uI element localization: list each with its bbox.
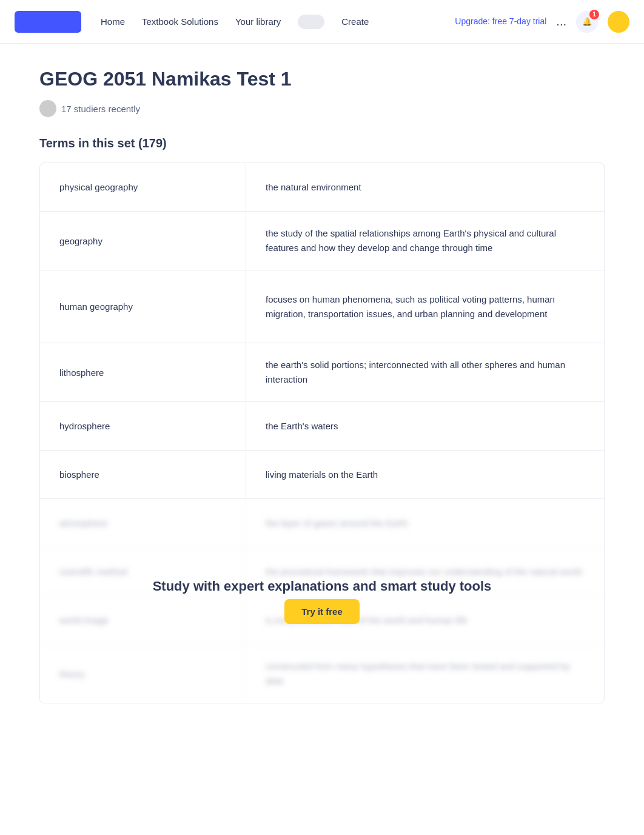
main-content: GEOG 2051 Namikas Test 1 17 studiers rec… xyxy=(25,44,619,740)
term-definition: the study of the spatial relationships a… xyxy=(246,212,604,270)
table-row: physical geography the natural environme… xyxy=(40,163,604,212)
page-title: GEOG 2051 Namikas Test 1 xyxy=(39,68,605,90)
term-word: biosphere xyxy=(40,451,246,498)
paywall-section: atmosphere the layer of gases around the… xyxy=(40,499,604,703)
nav-create[interactable]: Create xyxy=(341,16,369,27)
term-word: hydrosphere xyxy=(40,402,246,450)
navbar: Home Textbook Solutions Your library Cre… xyxy=(0,0,644,44)
paywall-overlay: Study with expert explanations and smart… xyxy=(40,499,604,703)
user-avatar[interactable] xyxy=(608,11,629,33)
term-word: human geography xyxy=(40,270,246,343)
try-free-button[interactable]: Try it free xyxy=(284,599,360,624)
term-definition: the Earth's waters xyxy=(246,402,604,450)
paywall-headline: Study with expert explanations and smart… xyxy=(153,578,492,594)
upgrade-button[interactable]: Upgrade: free 7-day trial xyxy=(455,16,546,27)
table-row: biosphere living materials on the Earth xyxy=(40,451,604,499)
notification-icon: 🔔 xyxy=(582,17,592,26)
studiers-text: 17 studiers recently xyxy=(61,104,140,114)
studiers-row: 17 studiers recently xyxy=(39,100,605,117)
nav-links: Home Textbook Solutions Your library Cre… xyxy=(101,15,455,29)
term-definition: the earth's solid portions; interconnect… xyxy=(246,343,604,401)
notification-button[interactable]: 🔔 1 xyxy=(576,11,598,33)
nav-textbook-solutions[interactable]: Textbook Solutions xyxy=(142,16,218,27)
nav-right: Upgrade: free 7-day trial ... 🔔 1 xyxy=(455,11,629,33)
table-row: lithosphere the earth's solid portions; … xyxy=(40,343,604,402)
notification-badge: 1 xyxy=(589,10,599,19)
terms-table: physical geography the natural environme… xyxy=(39,163,605,703)
table-row: hydrosphere the Earth's waters xyxy=(40,402,604,451)
logo[interactable] xyxy=(15,11,81,33)
term-definition: focuses on human phenomena, such as poli… xyxy=(246,270,604,343)
more-button[interactable]: ... xyxy=(556,15,566,29)
term-definition: the natural environment xyxy=(246,163,604,211)
nav-your-library[interactable]: Your library xyxy=(235,16,281,27)
theme-toggle[interactable] xyxy=(298,15,324,29)
term-definition: living materials on the Earth xyxy=(246,451,604,498)
term-word: geography xyxy=(40,212,246,270)
studier-avatar xyxy=(39,100,56,117)
terms-heading: Terms in this set (179) xyxy=(39,136,605,150)
term-word: lithosphere xyxy=(40,343,246,401)
table-row: human geography focuses on human phenome… xyxy=(40,270,604,343)
table-row: geography the study of the spatial relat… xyxy=(40,212,604,270)
nav-home[interactable]: Home xyxy=(101,16,125,27)
term-word: physical geography xyxy=(40,163,246,211)
